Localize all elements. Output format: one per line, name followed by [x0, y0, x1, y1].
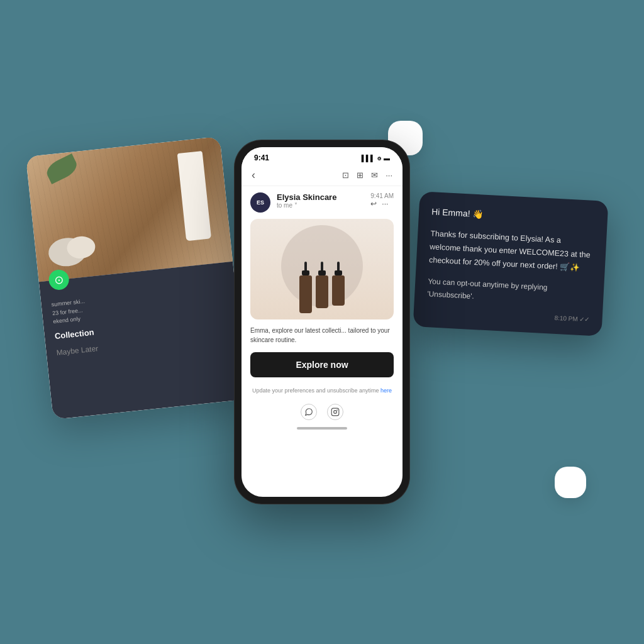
cap-2: [318, 270, 326, 275]
home-indicator: [242, 423, 402, 434]
sender-info: ES Elysia Skincare to me ˅: [250, 192, 336, 213]
battery-icon: ▬: [384, 155, 390, 162]
status-time: 9:41: [254, 153, 269, 162]
sms-card: ⊙ summer ski... 23 for free... ekend onl…: [26, 136, 247, 419]
more-icon[interactable]: ···: [386, 170, 392, 180]
whatsapp-social-icon[interactable]: [301, 404, 317, 420]
signal-icon: ▌▌▌: [362, 155, 375, 162]
chat-message: Thanks for subscribing to Elysia! As a w…: [429, 227, 594, 275]
sms-card-image: [26, 136, 233, 282]
chat-card: Hi Emma! 👋 Thanks for subscribing to Ely…: [413, 191, 609, 336]
body-2: [316, 275, 328, 308]
svg-point-1: [334, 411, 337, 414]
sms-card-bottom: ⊙ summer ski... 23 for free... ekend onl…: [39, 262, 247, 419]
email-toolbar: ‹ ⊡ ⊞ ✉ ···: [242, 165, 402, 186]
phone-screen: 9:41 ▌▌▌ ⌾ ▬ ‹ ⊡ ⊞ ✉ ···: [242, 147, 402, 497]
chat-timestamp: 8:10 PM ✓✓: [426, 308, 590, 323]
archive-icon[interactable]: ⊡: [342, 170, 349, 180]
footer-text: Update your preferences and unsubscribe …: [252, 387, 379, 394]
dropper-2: [321, 262, 323, 270]
chat-greeting: Hi Emma! 👋: [431, 204, 596, 228]
body-1: [299, 275, 312, 313]
status-bar: 9:41 ▌▌▌ ⌾ ▬: [242, 147, 402, 165]
body-3: [332, 275, 345, 306]
phone-mockup: 9:41 ▌▌▌ ⌾ ▬ ‹ ⊡ ⊞ ✉ ···: [234, 140, 410, 504]
mail-icon[interactable]: ✉: [371, 170, 378, 180]
dropper-1: [304, 262, 307, 270]
sender-to: to me ˅: [277, 202, 336, 209]
sender-actions[interactable]: ↩ ···: [370, 199, 394, 208]
chat-text-content: Hi Emma! 👋 Thanks for subscribing to Ely…: [427, 204, 596, 309]
hero-bottles: [299, 262, 345, 319]
dropper-3: [337, 262, 340, 270]
sender-time: 9:41 AM: [370, 192, 394, 199]
sender-name: Elysia Skincare: [277, 192, 336, 202]
social-icons-row: [242, 400, 402, 423]
sender-avatar: ES: [250, 192, 270, 213]
bottle-2: [316, 262, 328, 313]
email-sender-row: ES Elysia Skincare to me ˅ 9:41 AM ↩ ···: [242, 186, 402, 219]
delete-icon[interactable]: ⊞: [357, 170, 364, 180]
explore-now-button[interactable]: Explore now: [250, 352, 394, 377]
chat-opt-out: You can opt-out anytime by replying 'Uns…: [427, 275, 592, 309]
instagram-social-icon[interactable]: [327, 404, 343, 420]
email-meta: 9:41 AM ↩ ···: [370, 192, 394, 208]
bottle-1: [299, 262, 312, 313]
email-footer: Update your preferences and unsubscribe …: [242, 381, 402, 400]
reply-icon[interactable]: ↩: [370, 199, 377, 208]
status-icons: ▌▌▌ ⌾ ▬: [362, 155, 390, 162]
wifi-icon: ⌾: [377, 155, 381, 162]
cap-3: [335, 270, 342, 275]
cap-1: [302, 270, 309, 275]
footer-link[interactable]: here: [380, 387, 392, 394]
back-button[interactable]: ‹: [252, 169, 255, 182]
sender-details: Elysia Skincare to me ˅: [277, 192, 336, 209]
email-hero-image: [250, 219, 394, 319]
toolbar-actions: ⊡ ⊞ ✉ ···: [342, 170, 392, 180]
scene: ⊙ summer ski... 23 for free... ekend onl…: [39, 70, 605, 574]
float-square-2: [555, 467, 586, 498]
bottle-3: [332, 262, 345, 313]
more-action-icon[interactable]: ···: [382, 199, 388, 208]
email-body-text: Emma, explore our latest collecti... tai…: [242, 319, 402, 348]
home-bar: [297, 427, 347, 430]
svg-rect-0: [331, 409, 339, 416]
svg-point-2: [337, 410, 338, 411]
avatar-initials: ES: [257, 199, 264, 206]
